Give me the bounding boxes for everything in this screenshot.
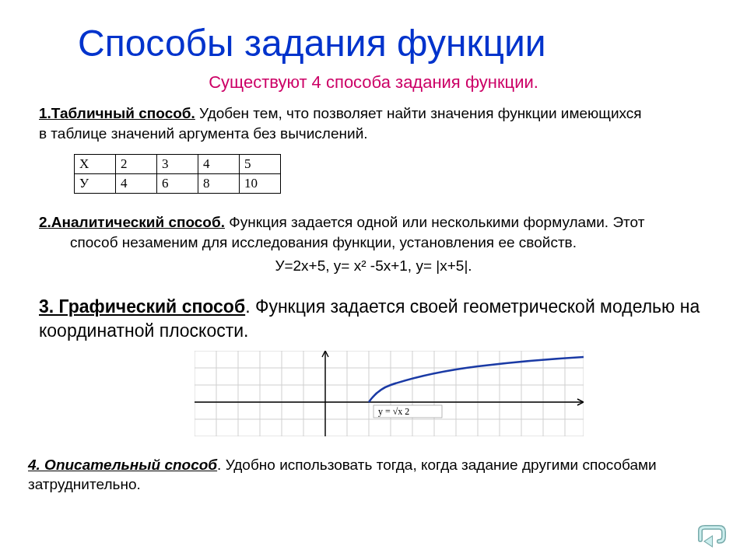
section2-text-a: Функция задается одной или несколькими ф…	[225, 214, 644, 230]
table-row: У 4 6 8 10	[75, 174, 281, 194]
section-tabular: 1.Табличный способ. Удобен тем, что позв…	[39, 103, 724, 143]
section-descriptive: 4. Описательный способ. Удобно использов…	[28, 455, 724, 495]
sqrt-graph: y = √x 2	[195, 351, 584, 436]
table-cell: X	[75, 155, 116, 174]
section3-label: 3. Графический способ	[39, 296, 245, 317]
table-cell: 4	[198, 155, 240, 174]
slide-subtitle: Существуют 4 способа задания функции.	[23, 72, 724, 93]
formulas-line: У=2x+5, у= x² -5x+1, у= |x+5|.	[23, 257, 724, 275]
return-icon	[693, 523, 728, 549]
graph-formula-label: y = √x 2	[378, 406, 409, 417]
table-row: X 2 3 4 5	[75, 155, 281, 174]
value-table: X 2 3 4 5 У 4 6 8 10	[74, 154, 281, 194]
graph-container: y = √x 2	[195, 351, 724, 439]
slide-title: Способы задания функции	[78, 22, 724, 65]
back-button[interactable]	[693, 523, 728, 549]
table-cell: У	[75, 174, 116, 194]
section4-label: 4. Описательный способ	[28, 457, 217, 473]
table-cell: 3	[157, 155, 198, 174]
section1-text-a: Удобен тем, что позволяет найти значения…	[195, 105, 642, 121]
table-cell: 6	[157, 174, 198, 194]
table-cell: 5	[240, 155, 281, 174]
section2-label: 2.Аналитический способ.	[39, 214, 225, 230]
section-analytical: 2.Аналитический способ. Функция задается…	[39, 212, 724, 252]
section1-label: 1.Табличный способ.	[39, 105, 195, 121]
table-cell: 10	[240, 174, 281, 194]
section-graphical: 3. Графический способ. Функция задается …	[39, 295, 724, 343]
table-cell: 4	[116, 174, 157, 194]
table-cell: 2	[116, 155, 157, 174]
table-cell: 8	[198, 174, 240, 194]
section2-text-b: способ незаменим для исследования функци…	[70, 234, 577, 250]
section1-text-b: в таблице значений аргумента без вычисле…	[39, 125, 368, 142]
